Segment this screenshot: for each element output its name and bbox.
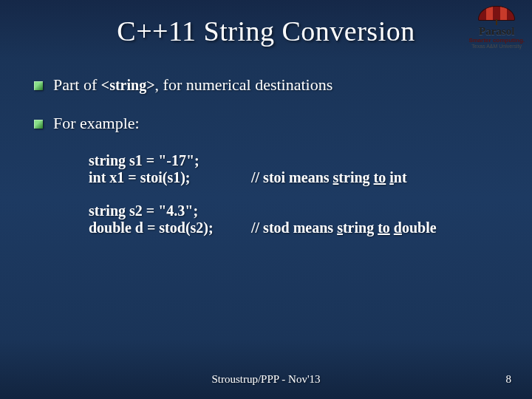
code-line: string s1 = "-17"; bbox=[89, 152, 498, 169]
footer-text: Stroustrup/PPP - Nov'13 bbox=[0, 373, 532, 386]
code-left: string s2 = "4.3"; bbox=[89, 202, 251, 219]
bullet-code: <string> bbox=[101, 77, 155, 93]
code-comment: // stod means string to double bbox=[251, 219, 437, 236]
logo-affiliation: Texas A&M University bbox=[468, 44, 525, 49]
code-line: int x1 = stoi(s1); // stoi means string … bbox=[89, 169, 498, 186]
bullet-prefix: For example: bbox=[53, 114, 140, 132]
code-line: double d = stod(s2); // stod means strin… bbox=[89, 219, 498, 236]
code-block: string s1 = "-17"; int x1 = stoi(s1); //… bbox=[89, 152, 498, 236]
bullet-suffix: , for numerical destinations bbox=[155, 75, 333, 94]
code-left: double d = stod(s2); bbox=[89, 219, 251, 236]
slide-content: Part of <string>, for numerical destinat… bbox=[0, 47, 532, 236]
slide-title: C++11 String Conversion bbox=[0, 0, 532, 47]
bullet-text: Part of <string>, for numerical destinat… bbox=[53, 75, 332, 95]
bullet-item: For example: bbox=[34, 114, 498, 133]
code-comment: // stoi means string to int bbox=[251, 169, 407, 186]
code-left: string s1 = "-17"; bbox=[89, 152, 251, 169]
logo: Parasol Smarter computing. Texas A&M Uni… bbox=[468, 6, 525, 49]
code-left: int x1 = stoi(s1); bbox=[89, 169, 251, 186]
bullet-prefix: Part of bbox=[53, 75, 101, 94]
parasol-icon bbox=[474, 6, 519, 25]
bullet-text: For example: bbox=[53, 114, 140, 133]
code-group-2: string s2 = "4.3"; double d = stod(s2); … bbox=[89, 202, 498, 236]
page-number: 8 bbox=[506, 373, 512, 386]
logo-brand: Parasol bbox=[468, 26, 525, 38]
bullet-icon bbox=[34, 120, 43, 129]
code-group-1: string s1 = "-17"; int x1 = stoi(s1); //… bbox=[89, 152, 498, 186]
bullet-item: Part of <string>, for numerical destinat… bbox=[34, 75, 498, 95]
code-line: string s2 = "4.3"; bbox=[89, 202, 498, 219]
logo-tagline: Smarter computing. bbox=[468, 38, 525, 44]
bullet-icon bbox=[34, 81, 43, 90]
